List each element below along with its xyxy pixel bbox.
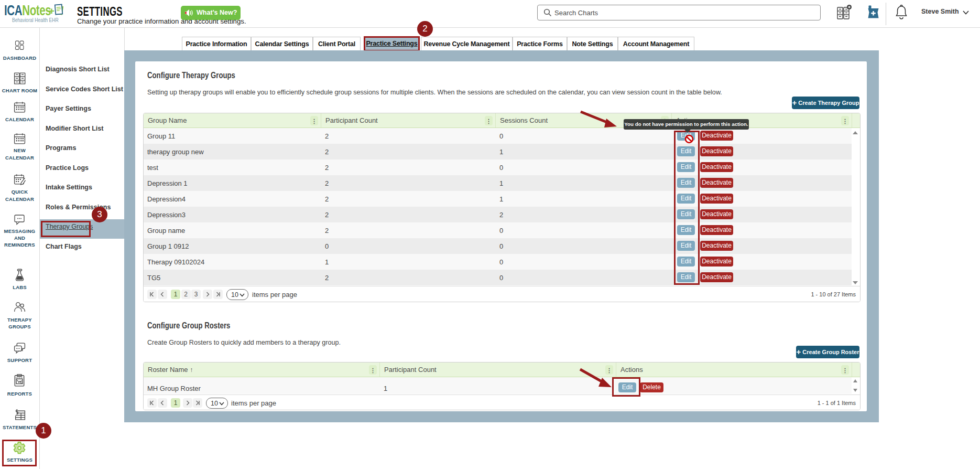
svg-text:+: + [49,5,55,16]
